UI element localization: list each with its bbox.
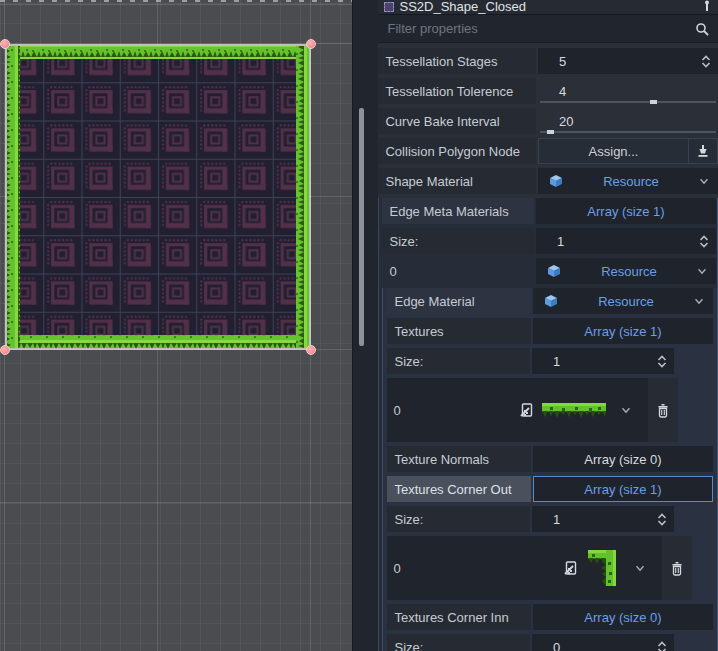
ss2d-node-icon <box>384 2 394 12</box>
property-label: Curve Bake Interval <box>378 108 536 134</box>
inspected-node-title: SS2D_Shape_Closed <box>399 0 697 14</box>
resource-label: Resource <box>564 174 698 189</box>
property-label: Textures <box>387 318 531 344</box>
edit-resource-icon[interactable] <box>563 560 578 576</box>
inspector-header: SS2D_Shape_Closed <box>378 0 718 15</box>
slider-track <box>540 131 716 133</box>
ruler-ticks <box>0 0 352 2</box>
property-label: Tessellation Tolerence <box>378 78 536 104</box>
chevron-down-icon[interactable] <box>698 175 710 187</box>
shape-edge-bottom <box>7 335 309 348</box>
godot-editor: SS2D_Shape_Closed Filter properties Tess… <box>0 0 718 651</box>
updown-spinner-icon[interactable] <box>656 512 668 527</box>
trash-icon <box>656 403 670 418</box>
array-size-label: Array (size 1) <box>584 482 661 497</box>
viewport-vertical-scrollbar[interactable] <box>359 108 364 346</box>
vertex-handle-bottom-right[interactable] <box>306 345 316 355</box>
viewport-2d[interactable] <box>0 0 352 651</box>
curve-bake-interval-slider[interactable]: 20 <box>538 108 718 134</box>
slider-grabber[interactable] <box>650 100 657 104</box>
property-list: Tessellation Stages 5 Tessellation Toler… <box>378 43 718 651</box>
edge-meta-size-field[interactable]: 1 <box>536 228 716 254</box>
shape-edge-top <box>7 46 309 59</box>
shape-node[interactable] <box>5 44 311 350</box>
delete-item-button[interactable] <box>662 536 692 600</box>
textures-corner-out-array-button[interactable]: Array (size 1) <box>533 476 713 502</box>
textures-array-button[interactable]: Array (size 1) <box>533 318 713 344</box>
property-row: Textures Corner Out Array (size 1) <box>387 476 713 502</box>
resource-cube-icon <box>548 173 564 189</box>
vertex-handle-top-left[interactable] <box>0 39 10 49</box>
property-row: Textures Corner Inn Array (size 0) <box>387 604 713 630</box>
field-value: 20 <box>538 114 718 129</box>
shape-material-resource[interactable]: Resource <box>538 168 718 194</box>
tessellation-stages-field[interactable]: 5 <box>538 48 718 74</box>
grass-corner-texture-thumbnail[interactable] <box>586 548 620 588</box>
grass-edge-texture-thumbnail[interactable] <box>542 401 606 419</box>
property-row: Size: 1 <box>387 348 674 374</box>
property-label: Size: <box>387 634 530 651</box>
property-label: Size: <box>387 348 530 374</box>
property-label: Textures Corner Inn <box>387 604 531 630</box>
trash-icon <box>670 561 684 576</box>
assign-node-button[interactable]: Assign... <box>538 138 689 164</box>
property-row: Size: 1 <box>382 228 716 254</box>
corner-out-size-field[interactable]: 1 <box>532 506 674 532</box>
textures-size-field[interactable]: 1 <box>532 348 674 374</box>
resource-cube-icon <box>543 293 559 309</box>
node-picker-icon <box>696 144 710 158</box>
vertex-handle-top-right[interactable] <box>306 39 316 49</box>
vertex-handle-bottom-left[interactable] <box>0 345 10 355</box>
delete-item-button[interactable] <box>648 378 678 442</box>
chevron-down-icon[interactable] <box>693 295 705 307</box>
updown-spinner-icon[interactable] <box>656 354 668 369</box>
array-size-label: Array (size 0) <box>584 452 661 467</box>
filter-properties-input[interactable]: Filter properties <box>378 15 718 43</box>
field-value: 1 <box>532 354 656 369</box>
tessellation-tolerence-slider[interactable]: 4 <box>538 78 718 104</box>
edge-material-resource[interactable]: Resource <box>533 288 713 314</box>
textures-corner-inn-array-button[interactable]: Array (size 0) <box>533 604 713 630</box>
property-label: Edge Material <box>387 288 531 314</box>
property-label: Collision Polygon Node <box>378 138 536 164</box>
updown-spinner-icon[interactable] <box>698 234 710 249</box>
texture-array-item: 0 <box>387 536 692 600</box>
property-row: Collision Polygon Node Assign... <box>378 138 718 164</box>
texture-normals-array-button[interactable]: Array (size 0) <box>533 446 713 472</box>
resource-cube-icon <box>546 263 562 279</box>
inspector-panel: SS2D_Shape_Closed Filter properties Tess… <box>378 0 718 651</box>
property-label: Edge Meta Materials <box>382 198 534 224</box>
pick-node-button[interactable] <box>689 138 718 164</box>
chevron-down-icon[interactable] <box>696 265 708 277</box>
corner-inn-size-field[interactable]: 0 <box>532 634 674 651</box>
array-size-label: Array (size 1) <box>587 204 664 219</box>
updown-spinner-icon[interactable] <box>700 54 712 69</box>
slider-track <box>540 101 716 103</box>
property-row: Edge Meta Materials Array (size 1) <box>382 198 716 224</box>
texture-array-item: 0 <box>387 378 678 442</box>
field-value: 1 <box>536 234 698 249</box>
property-row: Textures Array (size 1) <box>387 318 713 344</box>
array-item-index: 0 <box>382 258 534 284</box>
property-label: Textures Corner Out <box>387 476 531 502</box>
slider-grabber[interactable] <box>547 130 554 134</box>
updown-spinner-icon[interactable] <box>656 640 668 651</box>
property-row: Tessellation Tolerence 4 <box>378 78 718 104</box>
search-icon <box>695 22 709 36</box>
property-row: 0 Resource <box>382 258 716 284</box>
property-row: Tessellation Stages 5 <box>378 48 718 74</box>
resource-label: Resource <box>559 294 693 309</box>
property-row: Edge Material Resource <box>387 288 713 314</box>
field-value: 4 <box>538 84 718 99</box>
edge-meta-materials-array-button[interactable]: Array (size 1) <box>536 198 716 224</box>
edge-meta-item-resource[interactable]: Resource <box>536 258 716 284</box>
property-row: Texture Normals Array (size 0) <box>387 446 713 472</box>
edit-resource-icon[interactable] <box>519 402 534 418</box>
shape-edge-right <box>296 46 309 348</box>
property-label: Texture Normals <box>387 446 531 472</box>
field-value: 5 <box>538 54 700 69</box>
inspector-tools-icon[interactable] <box>702 0 712 12</box>
chevron-down-icon[interactable] <box>620 404 632 416</box>
chevron-down-icon[interactable] <box>634 562 646 574</box>
array-item-index: 0 <box>387 536 563 600</box>
